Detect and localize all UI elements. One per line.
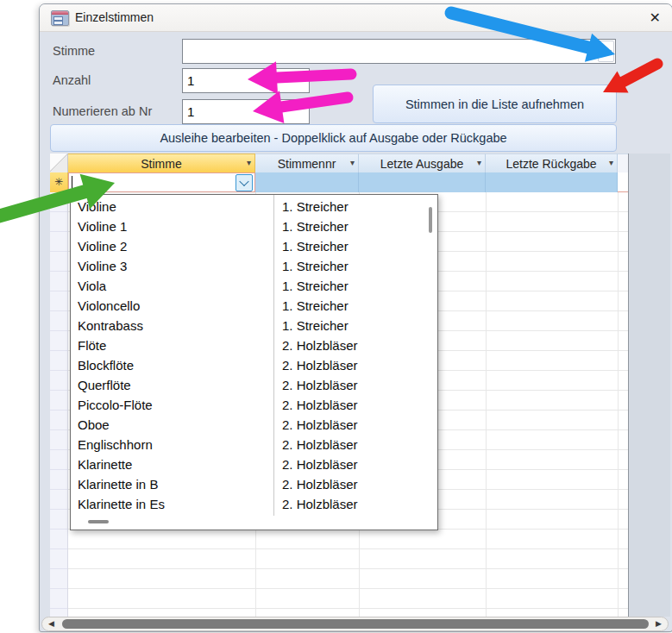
dropdown-item[interactable]: Englischhorn2. Holzbläser: [71, 435, 437, 454]
dropdown-item[interactable]: Klarinette in Es2. Holzbläser: [71, 494, 437, 514]
dropdown-horizontal-scrollbar[interactable]: [88, 520, 109, 523]
grid-line: [618, 192, 619, 617]
stimme-combobox[interactable]: [182, 39, 616, 64]
dropdown-item[interactable]: Flöte2. Holzbläser: [71, 335, 437, 355]
horizontal-scrollbar[interactable]: ◀ ▶: [41, 617, 669, 631]
stimmen-aufnehmen-button[interactable]: Stimmen in die Liste aufnehmen: [373, 85, 617, 123]
new-record-stimmennr-cell[interactable]: [255, 172, 359, 192]
form-icon-row: [53, 21, 63, 25]
horizontal-scrollbar-thumb[interactable]: [62, 619, 649, 629]
new-record-stimme-cell[interactable]: [68, 172, 255, 192]
scroll-right-icon[interactable]: ▶: [656, 617, 662, 630]
numerieren-label: Numerieren ab Nr: [53, 99, 152, 123]
form-icon-titlebar: [52, 11, 68, 15]
column-header-spare: [618, 154, 628, 172]
dropdown-item[interactable]: Querflöte2. Holzbläser: [71, 375, 437, 395]
scroll-left-icon[interactable]: ◀: [48, 617, 54, 630]
grid-combo-dropdown-button[interactable]: [236, 174, 253, 191]
dropdown-item[interactable]: Violine 11. Streicher: [71, 216, 437, 236]
dropdown-vertical-scrollbar[interactable]: [429, 207, 432, 233]
stimme-dropdown-list[interactable]: Violine1. Streicher Violine 11. Streiche…: [70, 194, 438, 530]
column-header-letzte-rueckgabe[interactable]: Letzte Rückgabe ▾: [486, 154, 618, 172]
anzahl-label: Anzahl: [53, 68, 91, 92]
filter-arrow-icon[interactable]: ▾: [477, 158, 481, 167]
column-header-stimmennr[interactable]: Stimmennr ▾: [255, 154, 359, 172]
dropdown-item[interactable]: Kontrabass1. Streicher: [71, 316, 437, 335]
text-cursor: [72, 176, 72, 190]
new-record-ausgabe-cell[interactable]: [359, 172, 486, 192]
stimme-combo-dropdown-button[interactable]: [598, 41, 614, 62]
column-header-label: Stimme: [141, 157, 181, 171]
window-title: Einzelstimmen: [75, 4, 154, 31]
dropdown-item[interactable]: Viola1. Streicher: [71, 276, 437, 296]
chevron-down-icon: [239, 177, 248, 186]
new-record-selector[interactable]: ✳: [50, 172, 68, 192]
dropdown-item[interactable]: Blockflöte2. Holzbläser: [71, 355, 437, 375]
dropdown-item[interactable]: Violine 31. Streicher: [71, 256, 437, 276]
column-header-stimme[interactable]: Stimme ▾: [68, 154, 255, 172]
column-header-label: Letzte Ausgabe: [380, 157, 464, 171]
screenshot-stage: Einzelstimmen ✕ Stimme Anzahl Numerieren…: [0, 0, 672, 633]
new-record-rueckgabe-cell[interactable]: [486, 172, 618, 192]
grid-line: [486, 192, 487, 617]
filter-arrow-icon[interactable]: ▾: [247, 158, 251, 167]
new-record-spare-cell: [618, 172, 628, 192]
datasheet-right-background: [628, 154, 670, 617]
dropdown-item[interactable]: Violine 21. Streicher: [71, 236, 437, 256]
dropdown-item[interactable]: Klarinette2. Holzbläser: [71, 454, 437, 474]
form-icon: [51, 10, 69, 26]
title-bar: Einzelstimmen ✕: [40, 4, 672, 32]
ausleihe-bearbeiten-button[interactable]: Ausleihe bearbeiten - Doppelklick auf Au…: [50, 124, 617, 152]
column-header-label: Letzte Rückgabe: [506, 157, 596, 171]
filter-arrow-icon[interactable]: ▾: [350, 158, 355, 167]
record-selector-column[interactable]: [50, 192, 68, 617]
chevron-down-icon: [601, 45, 611, 54]
numerieren-ab-nr-input[interactable]: [182, 99, 310, 124]
column-header-letzte-ausgabe[interactable]: Letzte Ausgabe ▾: [359, 154, 486, 172]
close-icon[interactable]: ✕: [650, 4, 661, 31]
datasheet-select-all-corner[interactable]: [50, 154, 68, 172]
stimme-label: Stimme: [53, 39, 95, 63]
dropdown-item[interactable]: Oboe2. Holzbläser: [71, 415, 437, 435]
dropdown-item[interactable]: Piccolo-Flöte2. Holzbläser: [71, 395, 437, 415]
dropdown-item[interactable]: Violine1. Streicher: [71, 197, 437, 216]
anzahl-input[interactable]: [182, 68, 310, 93]
dropdown-item[interactable]: Klarinette in B2. Holzbläser: [71, 474, 437, 494]
filter-arrow-icon[interactable]: ▾: [609, 158, 613, 167]
column-header-label: Stimmennr: [278, 157, 336, 171]
dropdown-item[interactable]: Violoncello1. Streicher: [71, 296, 437, 316]
einzelstimmen-window: Einzelstimmen ✕ Stimme Anzahl Numerieren…: [39, 3, 672, 632]
